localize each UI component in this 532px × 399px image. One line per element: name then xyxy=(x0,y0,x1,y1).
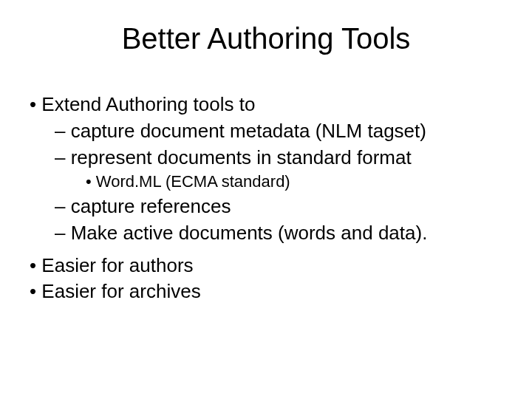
bullet-level2: capture references xyxy=(55,194,502,219)
bullet-text: Word.ML (ECMA standard) xyxy=(96,172,290,191)
bullet-level2: represent documents in standard format xyxy=(55,146,502,171)
bullet-text: Extend Authoring tools to xyxy=(41,93,255,115)
bullet-text: represent documents in standard format xyxy=(71,146,412,168)
bullet-text: Make active documents (words and data). xyxy=(71,222,428,244)
bullet-level2: capture document metadata (NLM tagset) xyxy=(55,119,502,144)
bullet-text: capture references xyxy=(71,195,231,217)
bullet-text: Easier for archives xyxy=(41,280,200,302)
bullet-text: capture document metadata (NLM tagset) xyxy=(71,120,426,142)
slide-body: Extend Authoring tools to capture docume… xyxy=(30,92,502,304)
slide-title: Better Authoring Tools xyxy=(30,22,502,55)
bullet-level3: Word.ML (ECMA standard) xyxy=(86,171,502,193)
bullet-level1: Easier for authors xyxy=(30,253,502,279)
bullet-text: Easier for authors xyxy=(41,254,193,276)
bullet-level1: Extend Authoring tools to xyxy=(30,92,502,117)
bullet-level2: Make active documents (words and data). xyxy=(55,221,502,246)
bullet-level1: Easier for archives xyxy=(30,279,502,304)
